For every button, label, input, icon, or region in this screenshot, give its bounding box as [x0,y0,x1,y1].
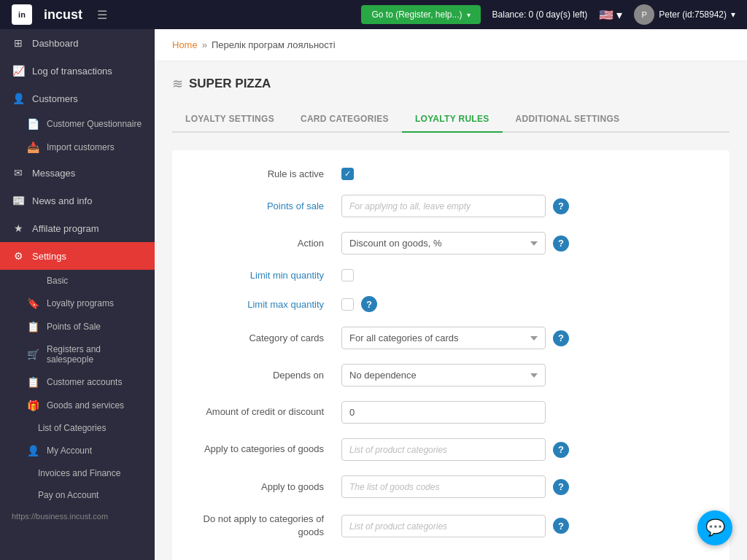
apply-categories-control: ? [341,438,706,461]
limit-max-checkbox[interactable] [341,298,354,311]
tabs-bar: LOYALTY SETTINGS CARD CATEGORIES LOYALTY… [172,106,729,133]
go-to-button[interactable]: Go to (Register, help...) ▾ [361,5,480,24]
loyalty-icon: 🔖 [26,298,39,309]
form-row-apply-categories: Apply to categories of goods ? [196,438,706,461]
depends-on-label: Depends on [196,370,341,381]
limit-min-checkbox[interactable] [341,269,354,281]
rule-active-label: Rule is active [196,168,341,179]
sidebar-item-news-info[interactable]: 📰 News and info [0,187,155,214]
chat-icon: 💬 [705,518,725,537]
sidebar-item-import-customers[interactable]: 📥 Import customers [0,136,155,159]
sidebar-item-customer-accounts[interactable]: 📋 Customer accounts [0,370,155,394]
depends-on-control: No dependence Sum of check Number of vis… [341,364,706,386]
sidebar-item-log-transactions[interactable]: 📈 Log of transactions [0,57,155,85]
customers-submenu: 📄 Customer Questionnaire 📥 Import custom… [0,112,155,159]
tab-loyalty-rules[interactable]: LOYALTY RULES [402,106,503,133]
sidebar-item-affiliate[interactable]: ★ Affilate program [0,214,155,242]
do-not-apply-input[interactable] [341,515,546,537]
apply-categories-label: Apply to categories of goods [196,443,341,456]
action-select[interactable]: Discount on goods, % Points accrual Fixe… [341,232,546,254]
category-cards-control: For all categories of cards Selected cat… [341,327,706,349]
accounts-icon: 📋 [26,376,39,388]
my-account-icon: 👤 [26,445,39,456]
dashboard-icon: ⊞ [12,37,25,49]
import-icon: 📥 [26,141,39,153]
limit-max-help-icon[interactable]: ? [361,296,377,312]
sidebar-item-messages[interactable]: ✉ Messages [0,159,155,187]
limit-max-control: ? [341,296,706,312]
form-row-limit-min: Limit min quantity [196,269,706,281]
chat-button[interactable]: 💬 [697,510,732,545]
content-area: ≋ SUPER PIZZA LOYALTY SETTINGS CARD CATE… [155,61,747,560]
user-dropdown-icon: ▾ [731,9,735,20]
apply-categories-input[interactable] [341,438,546,461]
tab-loyalty-settings[interactable]: LOYALTY SETTINGS [172,106,287,133]
language-selector[interactable]: 🇺🇸 ▾ [599,8,622,22]
points-of-sale-label: Points of sale [196,201,341,211]
form-row-limit-max: Limit max quantity ? [196,296,706,312]
form-row-amount: Amount of credit or discount [196,401,706,424]
company-name: SUPER PIZZA [189,77,271,91]
rule-active-checkbox[interactable]: ✓ [341,168,354,180]
apply-goods-control: ? [341,475,706,498]
form-row-apply-goods: Apply to goods ? [196,475,706,498]
apply-goods-input[interactable] [341,475,546,498]
balance-display: Balance: 0 (0 day(s) left) [492,9,588,20]
hamburger-icon[interactable]: ☰ [97,8,107,22]
depends-on-select[interactable]: No dependence Sum of check Number of vis… [341,364,546,386]
category-cards-select[interactable]: For all categories of cards Selected cat… [341,327,546,349]
form-row-rule-active: Rule is active ✓ [196,168,706,180]
goods-icon: 🎁 [26,400,39,411]
limit-min-control [341,269,706,281]
sidebar-item-my-account[interactable]: 👤 My Account [0,439,155,462]
points-of-sale-help-icon[interactable]: ? [553,198,569,214]
flag-dropdown-icon: ▾ [616,8,622,22]
points-of-sale-input[interactable] [341,195,546,217]
apply-goods-help-icon[interactable]: ? [553,479,569,495]
do-not-apply-label: Do not apply to categories of goods [196,513,341,539]
apply-goods-label: Apply to goods [196,481,341,492]
log-icon: 📈 [12,65,25,77]
breadcrumb-current: Перелік програм лояльності [212,39,336,50]
sidebar-item-registers[interactable]: 🛒 Registers and salespeople [0,338,155,370]
sidebar-item-settings[interactable]: ⚙ Settings [0,242,155,270]
tab-card-categories[interactable]: CARD CATEGORIES [287,106,402,133]
sidebar-item-dashboard[interactable]: ⊞ Dashboard [0,29,155,57]
form-row-depends-on: Depends on No dependence Sum of check Nu… [196,364,706,386]
do-not-apply-help-icon[interactable]: ? [553,518,569,534]
topbar: in incust ☰ Go to (Register, help...) ▾ … [0,0,747,29]
sidebar-item-goods-services[interactable]: 🎁 Goods and services [0,394,155,417]
settings-submenu: Basic 🔖 Loyalty programs 📋 Points of Sal… [0,270,155,506]
amount-input[interactable] [341,401,546,424]
sidebar-item-basic[interactable]: Basic [0,270,155,292]
form-body: Rule is active ✓ Points of sale ? Action [172,150,729,560]
questionnaire-icon: 📄 [26,118,39,130]
sidebar-item-loyalty-programs[interactable]: 🔖 Loyalty programs [0,292,155,315]
limit-min-label: Limit min quantity [196,270,341,281]
form-row-do-not-apply: Do not apply to categories of goods ? [196,513,706,539]
sidebar-item-customers[interactable]: 👤 Customers [0,85,155,112]
category-cards-label: Category of cards [196,332,341,343]
sidebar: ⊞ Dashboard 📈 Log of transactions 👤 Cust… [0,29,155,560]
category-cards-help-icon[interactable]: ? [553,330,569,346]
form-row-action: Action Discount on goods, % Points accru… [196,232,706,254]
user-menu[interactable]: P Peter (id:758942) ▾ [634,4,735,25]
apply-categories-help-icon[interactable]: ? [553,442,569,458]
sidebar-item-customer-questionnaire[interactable]: 📄 Customer Questionnaire [0,112,155,136]
tab-additional-settings[interactable]: ADDITIONAL SETTINGS [503,106,633,133]
main-content: Home » Перелік програм лояльності ≋ SUPE… [155,29,747,560]
amount-control [341,401,706,424]
sidebar-item-pay-on-account[interactable]: Pay on Account [0,484,155,506]
settings-icon: ⚙ [12,250,25,262]
form-row-category-cards: Category of cards For all categories of … [196,327,706,349]
layout: ⊞ Dashboard 📈 Log of transactions 👤 Cust… [0,29,747,560]
avatar: P [634,4,654,25]
breadcrumb: Home » Перелік програм лояльності [155,29,747,61]
rule-active-control: ✓ [341,168,706,180]
action-help-icon[interactable]: ? [553,236,569,252]
sidebar-item-invoices[interactable]: Invoices and Finance [0,462,155,484]
sidebar-item-list-categories[interactable]: List of Categories [0,417,155,439]
sidebar-item-points-of-sale[interactable]: 📋 Points of Sale [0,315,155,338]
affiliate-icon: ★ [12,222,25,234]
breadcrumb-home[interactable]: Home [172,39,198,50]
